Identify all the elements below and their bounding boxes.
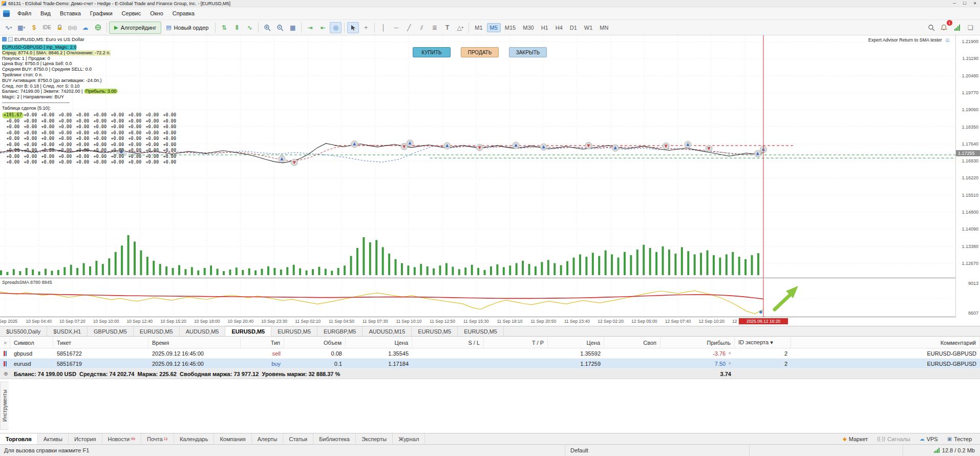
search-icon[interactable] [925,22,937,33]
timeframe-mn[interactable]: MN [596,23,611,32]
column-header-9[interactable]: Цена [548,337,604,348]
toolbox-tab-9[interactable]: Библиотека [313,433,356,444]
timeframe-h4[interactable]: H4 [552,23,566,32]
timeframe-m5[interactable]: M5 [487,23,501,32]
close-position-icon[interactable]: × [728,361,731,366]
bottom-link-маркет[interactable]: ◆Маркет [839,436,872,442]
timeframe-m1[interactable]: M1 [472,23,485,32]
chart-tab-2[interactable]: GBPUSD,M5 [88,326,134,336]
new-chart-icon[interactable]: ▦▾ [15,22,27,33]
new-order-button[interactable]: ▤ Новый ордер [161,22,213,34]
minimize-button[interactable]: ─ [949,1,960,6]
menu-item-4[interactable]: Сервис [117,9,146,18]
buy-button[interactable]: КУПИТЬ [413,47,451,57]
expand-icon[interactable]: ⊕ [4,371,8,377]
toolbox-tab-11[interactable]: Журнал [393,433,425,444]
ea-status-smiley-icon[interactable]: ☺ [945,37,950,43]
channel-icon[interactable]: ⫽ [416,22,428,33]
trendline-icon[interactable]: ╱ [403,22,415,33]
cloud-icon[interactable]: ☁ [79,22,91,33]
chart-tab-0[interactable]: $US500,Daily [0,326,47,336]
sounds-icon[interactable]: ((o)) [67,22,78,33]
auto-scroll-icon[interactable]: ◎ [330,22,342,33]
column-header-4[interactable]: Тип [241,337,284,348]
toolbox-tab-5[interactable]: Календарь [174,433,215,444]
bottom-link-тестер[interactable]: ▣Тестер [943,436,976,442]
tile-windows-icon[interactable]: ‖ [231,22,243,33]
shift-chart-icon[interactable]: ⇤ [317,22,329,33]
status-profile[interactable]: Default [565,445,750,456]
menu-item-5[interactable]: Окно [145,9,168,18]
chart-tab-1[interactable]: $USDX,H1 [47,326,88,336]
toolbox-tab-0[interactable]: Торговля [0,433,38,444]
bottom-link-vps[interactable]: ☁VPS [915,436,942,442]
toolbox-tab-8[interactable]: Статьи [283,433,313,444]
close-position-icon[interactable]: × [728,350,731,356]
toolbox-tab-4[interactable]: Почта11 [141,433,174,444]
column-header-12[interactable]: ID эксперта ▾ [735,337,791,348]
notifications-bell-icon[interactable]: 1 [938,22,950,33]
column-header-8[interactable]: T / P [484,337,548,348]
timeframe-m15[interactable]: M15 [502,23,519,32]
timeframe-d1[interactable]: D1 [567,23,580,32]
bottom-link-сигналы[interactable]: ((∙))Сигналы [873,436,914,442]
chart-tab-6[interactable]: EURUSD,M5 [271,326,317,336]
shift-end-icon[interactable]: ⇥ [304,22,316,33]
sell-button[interactable]: ПРОДАТЬ [461,47,499,57]
algotrading-button[interactable]: ▶ Алготрейдинг [109,22,161,34]
market-watch-icon[interactable]: $ [28,22,40,33]
chart-tab-7[interactable]: EURGBP,M5 [317,326,363,336]
toolbox-tab-7[interactable]: Алерты [252,433,284,444]
toolbox-side-tab-instruments[interactable]: Инструменты [0,382,9,430]
menu-item-1[interactable]: Вид [36,9,55,18]
toolbox-tab-6[interactable]: Компания [214,433,251,444]
toolbox-tab-1[interactable]: Активы [38,433,69,444]
vertical-line-icon[interactable]: │ [377,22,389,33]
timeframe-h1[interactable]: H1 [538,23,551,32]
chart-menu-icon[interactable] [3,10,10,17]
text-tool-icon[interactable]: T [441,22,453,33]
cursor-icon[interactable] [347,22,359,33]
table-row-eurusd[interactable]: eurusd585167192025.09.12 16:45:00buy0.11… [0,359,980,369]
chart-tab-8[interactable]: AUDUSD,M15 [363,326,412,336]
menu-item-6[interactable]: Справка [168,9,199,18]
menu-item-3[interactable]: Графики [86,9,117,18]
toolbox-tab-2[interactable]: История [69,433,102,444]
zoom-in-icon[interactable] [261,22,273,33]
close-button[interactable]: ✕ [970,1,980,6]
column-header-11[interactable]: Прибыль [661,337,735,348]
column-header-0[interactable]: × [0,337,10,348]
menu-item-0[interactable]: Файл [13,9,36,18]
toolbox-tab-10[interactable]: Эксперты [356,433,393,444]
chart-type-icon[interactable]: ∿▾ [3,22,14,33]
column-header-13[interactable]: Комментарий [791,337,980,348]
fibonacci-icon[interactable]: ≣ [429,22,440,33]
chart-tab-3[interactable]: EURUSD,M5 [134,326,180,336]
column-header-1[interactable]: Символ [10,337,53,348]
toolbox-tab-3[interactable]: Новости99 [102,433,142,444]
one-click-trading-icon[interactable] [2,37,7,42]
column-header-6[interactable]: Цена [346,337,412,348]
chart-tab-5[interactable]: EURUSD,M5 [225,326,271,336]
arrange-windows-icon[interactable]: ⇅ [218,22,230,33]
chart-tab-4[interactable]: AUDUSD,M5 [180,326,226,336]
indicator-pane[interactable] [0,279,955,317]
chart-tab-9[interactable]: EURUSD,M5 [412,326,458,336]
chart-info-icon[interactable] [8,37,13,42]
horizontal-line-icon[interactable]: ─ [390,22,402,33]
maximize-button[interactable]: ☐ [960,1,970,6]
timeframe-m30[interactable]: M30 [520,23,537,32]
timeframe-w1[interactable]: W1 [581,23,596,32]
chart-tab-10[interactable]: EURUSD,M5 [458,326,504,336]
column-header-2[interactable]: Тикет [53,337,148,348]
column-header-5[interactable]: Объем [284,337,346,348]
table-row-gbpusd[interactable]: gbpusd585167222025.09.12 16:45:00sell0.0… [0,348,980,359]
close-button-ea[interactable]: ЗАКРЫТЬ [509,47,547,57]
shapes-icon[interactable]: △▾ [454,22,466,33]
zoom-out-icon[interactable] [274,22,286,33]
column-header-3[interactable]: Время [148,337,241,348]
grid-icon[interactable]: ▦ [287,22,299,33]
web-icon[interactable] [92,22,104,33]
column-header-7[interactable]: S / L [412,337,484,348]
lock-icon[interactable] [54,22,66,33]
